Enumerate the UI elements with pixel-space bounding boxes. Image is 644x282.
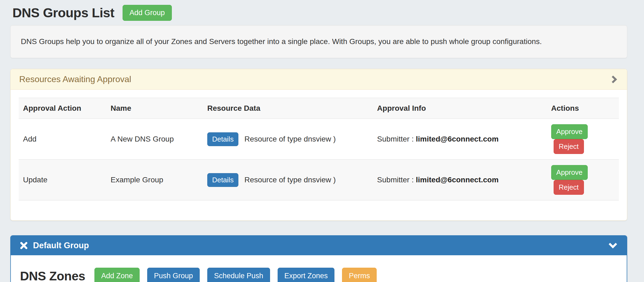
approval-action-cell: Add — [19, 119, 106, 160]
schedule-push-button[interactable]: Schedule Push — [207, 268, 270, 282]
default-group-heading[interactable]: Default Group — [11, 236, 627, 255]
approve-button[interactable]: Approve — [551, 165, 588, 180]
column-header-resource-data: Resource Data — [203, 98, 373, 119]
resource-text: Resource of type dnsview ) — [244, 135, 336, 143]
resource-data-cell: Details Resource of type dnsview ) — [203, 119, 373, 160]
approval-row: Update Example Group Details Resource of… — [19, 160, 619, 200]
approve-button[interactable]: Approve — [551, 124, 588, 139]
column-header-approval-action: Approval Action — [19, 98, 106, 119]
approval-panel-body: Approval Action Name Resource Data Appro… — [11, 90, 627, 220]
main-container: DNS Groups List Add Group DNS Groups hel… — [10, 0, 627, 282]
approval-panel: Resources Awaiting Approval Approval Act… — [10, 69, 627, 221]
export-zones-button[interactable]: Export Zones — [278, 268, 335, 282]
approval-panel-heading[interactable]: Resources Awaiting Approval — [11, 69, 627, 90]
approval-action-cell: Update — [19, 160, 106, 200]
submitter-label: Submitter : — [377, 135, 414, 143]
default-group-title: Default Group — [33, 241, 89, 250]
submitter-email: limited@6connect.com — [416, 176, 499, 184]
resource-data-cell: Details Resource of type dnsview ) — [203, 160, 373, 200]
reject-button[interactable]: Reject — [554, 180, 584, 195]
add-group-button[interactable]: Add Group — [123, 5, 172, 21]
approval-table-header-row: Approval Action Name Resource Data Appro… — [19, 98, 619, 119]
approval-table: Approval Action Name Resource Data Appro… — [19, 98, 619, 200]
details-button[interactable]: Details — [207, 173, 238, 187]
perms-button[interactable]: Perms — [342, 268, 377, 282]
approval-info-cell: Submitter : limited@6connect.com — [373, 160, 547, 200]
details-button[interactable]: Details — [207, 132, 238, 146]
submitter-email: limited@6connect.com — [416, 135, 499, 143]
submitter-label: Submitter : — [377, 176, 414, 184]
approval-panel-title: Resources Awaiting Approval — [19, 74, 131, 84]
name-cell: Example Group — [106, 160, 203, 200]
actions-cell: Approve Reject — [547, 160, 619, 200]
approval-info-cell: Submitter : limited@6connect.com — [373, 119, 547, 160]
chevron-right-icon[interactable] — [610, 75, 618, 84]
dns-zones-title: DNS Zones — [20, 269, 85, 282]
dns-zones-row: DNS Zones Add Zone Push Group Schedule P… — [20, 268, 617, 282]
resource-text: Resource of type dnsview ) — [244, 176, 336, 184]
description-text: DNS Groups help you to organize all of y… — [21, 37, 542, 46]
column-header-actions: Actions — [547, 98, 619, 119]
chevron-down-icon[interactable] — [608, 242, 618, 249]
reject-button[interactable]: Reject — [554, 139, 584, 154]
push-group-button[interactable]: Push Group — [147, 268, 200, 282]
default-group-body: DNS Zones Add Zone Push Group Schedule P… — [11, 255, 627, 282]
description-well: DNS Groups help you to organize all of y… — [10, 25, 627, 58]
page-header: DNS Groups List Add Group — [10, 5, 627, 21]
column-header-name: Name — [106, 98, 203, 119]
close-icon[interactable] — [19, 241, 28, 250]
column-header-approval-info: Approval Info — [373, 98, 547, 119]
name-cell: A New DNS Group — [106, 119, 203, 160]
add-zone-button[interactable]: Add Zone — [94, 268, 140, 282]
approval-row: Add A New DNS Group Details Resource of … — [19, 119, 619, 160]
default-group-panel: Default Group DNS Zones Add Zone Push Gr… — [10, 235, 627, 282]
actions-cell: Approve Reject — [547, 119, 619, 160]
page-title: DNS Groups List — [12, 5, 114, 20]
